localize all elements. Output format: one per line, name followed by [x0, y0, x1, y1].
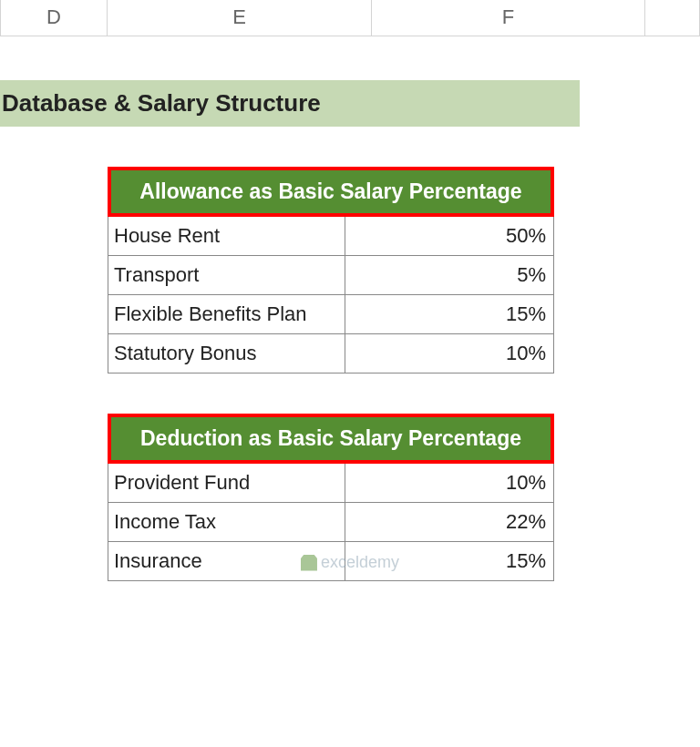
page-title: Database & Salary Structure	[0, 80, 580, 127]
column-header-e[interactable]: E	[108, 0, 372, 36]
table-row[interactable]: Statutory Bonus 10%	[108, 334, 554, 374]
table-row[interactable]: Income Tax 22%	[108, 503, 554, 542]
table-row[interactable]: Insurance 15%	[108, 542, 554, 581]
deduction-table: Deduction as Basic Salary Percentage Pro…	[108, 414, 554, 581]
allowance-label: Flexible Benefits Plan	[108, 295, 345, 333]
column-header-d[interactable]: D	[0, 0, 108, 36]
deduction-label: Insurance	[108, 542, 345, 580]
allowance-label: Statutory Bonus	[108, 334, 345, 373]
allowance-value: 15%	[345, 295, 553, 333]
deduction-header: Deduction as Basic Salary Percentage	[108, 414, 554, 464]
allowance-table: Allowance as Basic Salary Percentage Hou…	[108, 167, 554, 374]
allowance-label: House Rent	[108, 217, 345, 255]
table-row[interactable]: Provident Fund 10%	[108, 464, 554, 503]
column-header-row: D E F	[0, 0, 700, 36]
table-row[interactable]: Transport 5%	[108, 256, 554, 295]
table-row[interactable]: House Rent 50%	[108, 217, 554, 256]
allowance-label: Transport	[108, 256, 345, 294]
spreadsheet-body[interactable]: Database & Salary Structure Allowance as…	[0, 80, 700, 581]
deduction-value: 22%	[345, 503, 553, 541]
allowance-value: 10%	[345, 334, 553, 373]
allowance-value: 5%	[345, 256, 553, 294]
deduction-value: 10%	[345, 464, 553, 502]
deduction-label: Provident Fund	[108, 464, 345, 502]
table-row[interactable]: Flexible Benefits Plan 15%	[108, 295, 554, 334]
allowance-value: 50%	[345, 217, 553, 255]
deduction-label: Income Tax	[108, 503, 345, 541]
column-header-g[interactable]	[645, 0, 700, 36]
deduction-value: 15%	[345, 542, 553, 580]
column-header-f[interactable]: F	[372, 0, 645, 36]
allowance-header: Allowance as Basic Salary Percentage	[108, 167, 554, 217]
